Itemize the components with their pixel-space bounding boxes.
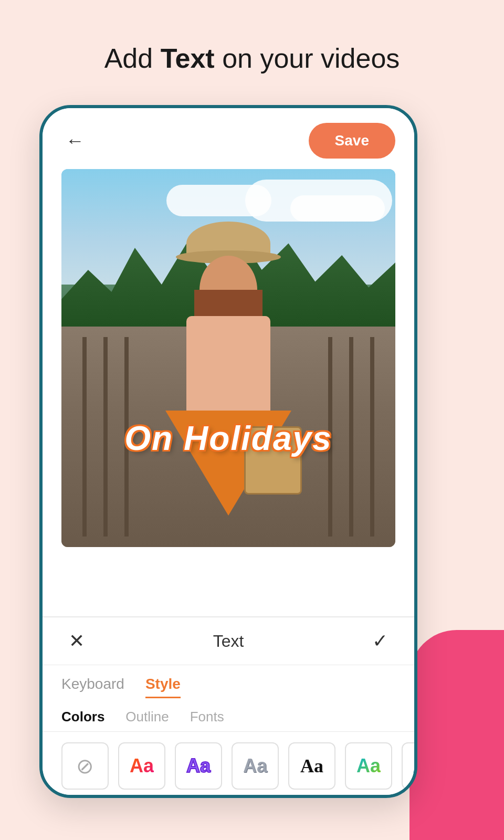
- body: [186, 316, 270, 421]
- toolbar-label: Text: [213, 632, 244, 651]
- check-icon[interactable]: ✓: [372, 630, 388, 652]
- font-preview-purple: Aa: [186, 755, 211, 777]
- title-bold: Text: [161, 43, 215, 74]
- back-button[interactable]: ←: [61, 125, 89, 156]
- style-tabs: Colors Outline Fonts: [43, 705, 414, 732]
- font-preview-orange: Aa: [130, 755, 154, 777]
- style-tab-fonts[interactable]: Fonts: [190, 709, 224, 725]
- tab-style[interactable]: Style: [145, 676, 181, 698]
- font-option-gray[interactable]: Aa: [232, 742, 279, 790]
- font-preview-black: Aa: [300, 755, 323, 777]
- page-title: Add Text on your videos: [0, 42, 504, 75]
- font-option-black[interactable]: Aa: [288, 742, 335, 790]
- font-option-teal[interactable]: Aa: [402, 742, 414, 790]
- font-option-cyan[interactable]: Aa: [345, 742, 392, 790]
- title-suffix: on your videos: [215, 43, 400, 74]
- style-tab-colors[interactable]: Colors: [61, 709, 104, 725]
- font-preview-teal: Aa: [413, 755, 414, 777]
- save-button[interactable]: Save: [309, 123, 395, 159]
- person-figure: [150, 222, 307, 526]
- font-options-row: ⊘ Aa Aa Aa Aa Aa Aa: [43, 732, 414, 798]
- text-toolbar: ✕ Text ✓: [43, 617, 414, 665]
- main-tabs: Keyboard Style: [43, 665, 414, 705]
- font-preview-gray: Aa: [243, 755, 267, 777]
- phone-frame: ← Save On Holidays ✕: [39, 105, 417, 798]
- font-option-orange[interactable]: Aa: [118, 742, 165, 790]
- no-style-icon: ⊘: [76, 754, 94, 778]
- font-option-purple[interactable]: Aa: [175, 742, 222, 790]
- video-preview[interactable]: On Holidays: [61, 169, 395, 547]
- style-tab-outline[interactable]: Outline: [125, 709, 169, 725]
- cloud-3: [290, 195, 385, 222]
- bottom-panel: ✕ Text ✓ Keyboard Style Colors Outline F…: [43, 616, 414, 795]
- close-icon[interactable]: ✕: [69, 630, 85, 652]
- text-overlay[interactable]: On Holidays: [61, 419, 395, 458]
- title-normal: Add: [104, 43, 161, 74]
- font-preview-cyan: Aa: [356, 755, 381, 777]
- deco-shape: [410, 630, 504, 840]
- tab-keyboard[interactable]: Keyboard: [61, 676, 124, 698]
- font-option-none[interactable]: ⊘: [61, 742, 109, 790]
- header: ← Save: [43, 108, 414, 169]
